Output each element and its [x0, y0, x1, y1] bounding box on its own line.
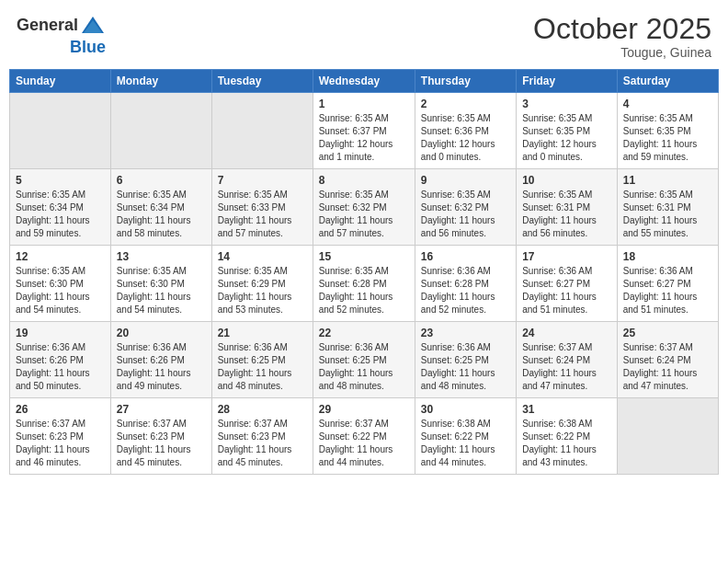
logo-icon	[80, 13, 106, 39]
day-number: 25	[623, 327, 712, 339]
day-info: Sunrise: 6:38 AM Sunset: 6:22 PM Dayligh…	[421, 418, 510, 469]
day-info: Sunrise: 6:35 AM Sunset: 6:34 PM Dayligh…	[16, 189, 105, 240]
day-info: Sunrise: 6:37 AM Sunset: 6:24 PM Dayligh…	[522, 341, 611, 393]
day-info: Sunrise: 6:35 AM Sunset: 6:31 PM Dayligh…	[522, 189, 611, 240]
logo: General Blue	[17, 13, 106, 57]
day-info: Sunrise: 6:35 AM Sunset: 6:32 PM Dayligh…	[421, 189, 510, 240]
day-number: 29	[319, 403, 409, 416]
weekday-header-row: SundayMondayTuesdayWednesdayThursdayFrid…	[10, 70, 719, 93]
calendar-cell: 17Sunrise: 6:36 AM Sunset: 6:27 PM Dayli…	[517, 246, 618, 322]
day-info: Sunrise: 6:35 AM Sunset: 6:35 PM Dayligh…	[623, 112, 712, 164]
day-number: 3	[522, 98, 611, 110]
day-number: 2	[421, 98, 510, 110]
day-number: 9	[421, 174, 510, 187]
day-number: 24	[522, 327, 611, 339]
calendar-cell: 27Sunrise: 6:37 AM Sunset: 6:23 PM Dayli…	[110, 398, 211, 475]
day-info: Sunrise: 6:38 AM Sunset: 6:22 PM Dayligh…	[522, 418, 611, 469]
calendar-cell: 25Sunrise: 6:37 AM Sunset: 6:24 PM Dayli…	[617, 322, 718, 398]
calendar-cell: 4Sunrise: 6:35 AM Sunset: 6:35 PM Daylig…	[617, 93, 718, 169]
calendar-week-row: 12Sunrise: 6:35 AM Sunset: 6:30 PM Dayli…	[10, 246, 719, 322]
calendar-week-row: 1Sunrise: 6:35 AM Sunset: 6:37 PM Daylig…	[10, 93, 719, 169]
title-area: October 2025 Tougue, Guinea	[533, 13, 711, 60]
weekday-header-saturday: Saturday	[617, 70, 718, 93]
calendar-cell: 28Sunrise: 6:37 AM Sunset: 6:23 PM Dayli…	[211, 398, 313, 475]
day-number: 1	[319, 98, 409, 110]
calendar-week-row: 19Sunrise: 6:36 AM Sunset: 6:26 PM Dayli…	[10, 322, 719, 398]
day-info: Sunrise: 6:35 AM Sunset: 6:35 PM Dayligh…	[522, 112, 611, 164]
day-number: 23	[421, 327, 510, 339]
day-info: Sunrise: 6:36 AM Sunset: 6:25 PM Dayligh…	[319, 341, 409, 393]
day-number: 31	[522, 403, 611, 416]
day-number: 12	[16, 250, 105, 263]
calendar-cell	[10, 93, 111, 169]
day-info: Sunrise: 6:35 AM Sunset: 6:29 PM Dayligh…	[218, 265, 307, 316]
weekday-header-monday: Monday	[110, 70, 211, 93]
day-info: Sunrise: 6:37 AM Sunset: 6:23 PM Dayligh…	[218, 418, 307, 469]
day-info: Sunrise: 6:36 AM Sunset: 6:26 PM Dayligh…	[16, 341, 105, 393]
day-number: 21	[218, 327, 307, 339]
page-header: General Blue October 2025 Tougue, Guinea	[9, 9, 719, 63]
day-info: Sunrise: 6:36 AM Sunset: 6:26 PM Dayligh…	[117, 341, 206, 393]
calendar-cell: 1Sunrise: 6:35 AM Sunset: 6:37 PM Daylig…	[313, 93, 415, 169]
day-info: Sunrise: 6:35 AM Sunset: 6:37 PM Dayligh…	[319, 112, 409, 164]
day-info: Sunrise: 6:35 AM Sunset: 6:33 PM Dayligh…	[218, 189, 307, 240]
day-number: 28	[218, 403, 307, 416]
day-number: 10	[522, 174, 611, 187]
day-info: Sunrise: 6:35 AM Sunset: 6:32 PM Dayligh…	[319, 189, 409, 240]
day-number: 27	[117, 403, 206, 416]
calendar-cell: 19Sunrise: 6:36 AM Sunset: 6:26 PM Dayli…	[10, 322, 111, 398]
day-info: Sunrise: 6:37 AM Sunset: 6:23 PM Dayligh…	[16, 418, 105, 469]
logo-general: General	[17, 17, 78, 35]
day-info: Sunrise: 6:37 AM Sunset: 6:24 PM Dayligh…	[623, 341, 712, 393]
calendar-cell: 31Sunrise: 6:38 AM Sunset: 6:22 PM Dayli…	[517, 398, 618, 475]
day-info: Sunrise: 6:36 AM Sunset: 6:28 PM Dayligh…	[421, 265, 510, 316]
calendar-cell: 22Sunrise: 6:36 AM Sunset: 6:25 PM Dayli…	[313, 322, 415, 398]
calendar-cell: 12Sunrise: 6:35 AM Sunset: 6:30 PM Dayli…	[10, 246, 111, 322]
calendar-cell	[211, 93, 313, 169]
calendar-cell: 11Sunrise: 6:35 AM Sunset: 6:31 PM Dayli…	[617, 169, 718, 246]
day-info: Sunrise: 6:36 AM Sunset: 6:27 PM Dayligh…	[522, 265, 611, 316]
day-number: 14	[218, 250, 307, 263]
day-number: 22	[319, 327, 409, 339]
day-number: 11	[623, 174, 712, 187]
calendar-cell: 9Sunrise: 6:35 AM Sunset: 6:32 PM Daylig…	[415, 169, 516, 246]
day-number: 4	[623, 98, 712, 110]
calendar-cell: 18Sunrise: 6:36 AM Sunset: 6:27 PM Dayli…	[617, 246, 718, 322]
day-info: Sunrise: 6:37 AM Sunset: 6:23 PM Dayligh…	[117, 418, 206, 469]
day-info: Sunrise: 6:35 AM Sunset: 6:30 PM Dayligh…	[117, 265, 206, 316]
calendar-week-row: 26Sunrise: 6:37 AM Sunset: 6:23 PM Dayli…	[10, 398, 719, 475]
calendar-cell: 24Sunrise: 6:37 AM Sunset: 6:24 PM Dayli…	[517, 322, 618, 398]
day-info: Sunrise: 6:37 AM Sunset: 6:22 PM Dayligh…	[319, 418, 409, 469]
weekday-header-tuesday: Tuesday	[211, 70, 313, 93]
day-number: 7	[218, 174, 307, 187]
day-number: 13	[117, 250, 206, 263]
calendar-cell: 10Sunrise: 6:35 AM Sunset: 6:31 PM Dayli…	[517, 169, 618, 246]
day-number: 20	[117, 327, 206, 339]
calendar-cell: 20Sunrise: 6:36 AM Sunset: 6:26 PM Dayli…	[110, 322, 211, 398]
calendar-cell	[617, 398, 718, 475]
weekday-header-thursday: Thursday	[415, 70, 516, 93]
calendar-cell: 23Sunrise: 6:36 AM Sunset: 6:25 PM Dayli…	[415, 322, 516, 398]
calendar-cell	[110, 93, 211, 169]
day-number: 8	[319, 174, 409, 187]
day-number: 15	[319, 250, 409, 263]
day-info: Sunrise: 6:36 AM Sunset: 6:27 PM Dayligh…	[623, 265, 712, 316]
month-title: October 2025	[533, 13, 711, 45]
calendar-cell: 15Sunrise: 6:35 AM Sunset: 6:28 PM Dayli…	[313, 246, 415, 322]
weekday-header-friday: Friday	[517, 70, 618, 93]
day-info: Sunrise: 6:35 AM Sunset: 6:31 PM Dayligh…	[623, 189, 712, 240]
calendar-cell: 21Sunrise: 6:36 AM Sunset: 6:25 PM Dayli…	[211, 322, 313, 398]
weekday-header-sunday: Sunday	[10, 70, 111, 93]
day-info: Sunrise: 6:35 AM Sunset: 6:28 PM Dayligh…	[319, 265, 409, 316]
calendar-cell: 13Sunrise: 6:35 AM Sunset: 6:30 PM Dayli…	[110, 246, 211, 322]
day-number: 5	[16, 174, 105, 187]
logo-blue: Blue	[70, 39, 106, 57]
calendar-cell: 2Sunrise: 6:35 AM Sunset: 6:36 PM Daylig…	[415, 93, 516, 169]
calendar-cell: 7Sunrise: 6:35 AM Sunset: 6:33 PM Daylig…	[211, 169, 313, 246]
calendar-cell: 14Sunrise: 6:35 AM Sunset: 6:29 PM Dayli…	[211, 246, 313, 322]
day-info: Sunrise: 6:35 AM Sunset: 6:30 PM Dayligh…	[16, 265, 105, 316]
calendar-cell: 26Sunrise: 6:37 AM Sunset: 6:23 PM Dayli…	[10, 398, 111, 475]
day-number: 30	[421, 403, 510, 416]
calendar-cell: 29Sunrise: 6:37 AM Sunset: 6:22 PM Dayli…	[313, 398, 415, 475]
calendar-cell: 3Sunrise: 6:35 AM Sunset: 6:35 PM Daylig…	[517, 93, 618, 169]
